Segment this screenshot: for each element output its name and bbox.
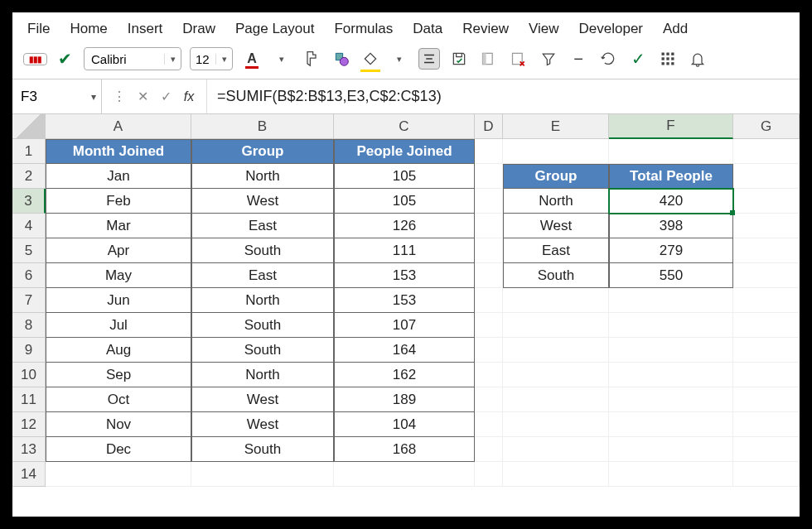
align-center-button[interactable] [418,48,440,70]
expand-icon[interactable]: ⋮ [110,89,128,104]
menu-tab-draw[interactable]: Draw [182,21,215,37]
cell-D2[interactable] [475,164,503,189]
cell-F9[interactable] [609,338,733,363]
row-header-3[interactable]: 3 [12,189,46,214]
row-header-7[interactable]: 7 [12,288,46,313]
menu-tab-developer[interactable]: Developer [579,21,644,37]
format-painter-icon[interactable] [301,48,322,70]
cell-G1[interactable] [733,139,800,164]
cell-F5[interactable]: 279 [609,238,733,263]
cell-C7[interactable]: 153 [334,288,475,313]
cell-F8[interactable] [609,313,733,338]
chevron-down-icon[interactable]: ▾ [271,48,292,70]
bell-icon[interactable] [687,48,708,70]
select-all-corner[interactable] [12,114,46,139]
cell-D12[interactable] [475,412,503,437]
menu-tab-insert[interactable]: Insert [128,21,163,37]
cell-G2[interactable] [733,164,800,189]
row-header-10[interactable]: 10 [12,363,46,387]
cell-D7[interactable] [475,288,503,313]
chevron-down-icon[interactable]: ▾ [215,54,232,65]
cell-D6[interactable] [475,263,503,288]
cell-F1[interactable] [609,139,733,164]
cell-F10[interactable] [609,363,733,387]
cell-C2[interactable]: 105 [334,164,475,189]
font-name-select[interactable]: Calibri ▾ [84,47,181,70]
menu-tab-review[interactable]: Review [462,21,509,37]
cell-B9[interactable]: South [191,338,334,363]
cell-E3[interactable]: North [503,189,609,214]
row-header-4[interactable]: 4 [12,214,46,238]
cell-A12[interactable]: Nov [46,412,191,437]
insert-column-icon[interactable] [478,48,500,70]
cell-F7[interactable] [609,288,733,313]
cell-B2[interactable]: North [191,164,334,189]
cell-E6[interactable]: South [503,263,609,288]
chevron-down-icon[interactable]: ▾ [389,48,410,70]
cell-G11[interactable] [733,387,800,412]
row-header-6[interactable]: 6 [12,263,46,288]
cell-B14[interactable] [191,462,334,487]
column-header-F[interactable]: F [609,114,733,139]
cell-A10[interactable]: Sep [46,363,191,387]
cell-E2[interactable]: Group [503,164,609,189]
cell-A5[interactable]: Apr [46,238,191,263]
cell-A13[interactable]: Dec [46,437,191,462]
cell-G14[interactable] [733,462,800,487]
cell-E10[interactable] [503,363,609,387]
cell-G6[interactable] [733,263,800,288]
cell-F6[interactable]: 550 [609,263,733,288]
cell-C14[interactable] [334,462,475,487]
cell-B6[interactable]: East [191,263,334,288]
cell-G10[interactable] [733,363,800,387]
cell-B11[interactable]: West [191,387,334,412]
cell-D8[interactable] [475,313,503,338]
cell-C12[interactable]: 104 [334,412,475,437]
row-header-11[interactable]: 11 [12,387,46,412]
chevron-down-icon[interactable]: ▾ [91,91,96,103]
chevron-down-icon[interactable]: ▾ [164,54,181,65]
cell-D14[interactable] [475,462,503,487]
cell-B7[interactable]: North [191,288,334,313]
fx-icon[interactable]: fx [180,89,198,104]
cell-B3[interactable]: West [191,189,334,214]
formula-input[interactable]: =SUMIF(B$2:B$13,E3,C$2:C$13) [207,88,800,105]
cell-G9[interactable] [733,338,800,363]
filter-icon[interactable] [538,48,559,70]
cell-B12[interactable]: West [191,412,334,437]
column-header-D[interactable]: D [475,114,503,139]
cell-E7[interactable] [503,288,609,313]
cell-E5[interactable]: East [503,238,609,263]
cell-E8[interactable] [503,313,609,338]
accept-icon[interactable]: ✓ [157,89,175,104]
cell-A4[interactable]: Mar [46,214,191,238]
cell-D5[interactable] [475,238,503,263]
cell-F13[interactable] [609,437,733,462]
row-header-12[interactable]: 12 [12,412,46,437]
delete-column-icon[interactable] [508,48,529,70]
save-file-icon[interactable] [448,48,470,70]
cell-D13[interactable] [475,437,503,462]
cell-C10[interactable]: 162 [334,363,475,387]
row-header-14[interactable]: 14 [12,462,46,487]
cell-D9[interactable] [475,338,503,363]
cell-D11[interactable] [475,387,503,412]
cell-F12[interactable] [609,412,733,437]
column-header-G[interactable]: G [733,114,800,139]
cell-G7[interactable] [733,288,800,313]
font-size-select[interactable]: 12 ▾ [190,47,233,70]
cell-G12[interactable] [733,412,800,437]
row-header-13[interactable]: 13 [12,437,46,462]
cell-E12[interactable] [503,412,609,437]
menu-tab-formulas[interactable]: Formulas [334,21,393,37]
spreadsheet[interactable]: ABCDEFG1Month JoinedGroupPeople Joined2J… [12,114,800,517]
cell-A14[interactable] [46,462,191,487]
cell-C8[interactable]: 107 [334,313,475,338]
cell-F2[interactable]: Total People [609,164,733,189]
check-icon[interactable]: ✓ [627,48,649,70]
cell-G3[interactable] [733,189,800,214]
menu-tab-file[interactable]: File [27,21,50,37]
cell-C6[interactable]: 153 [334,263,475,288]
column-header-A[interactable]: A [46,114,191,139]
cell-D4[interactable] [475,214,503,238]
